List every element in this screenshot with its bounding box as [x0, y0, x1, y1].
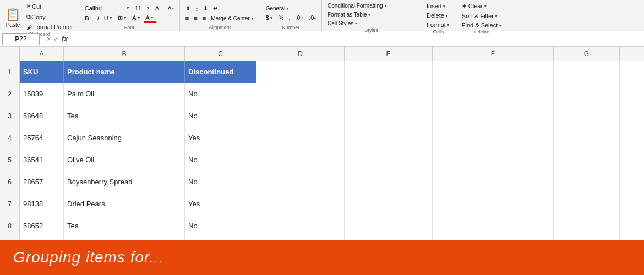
find-select-button[interactable]: Find & Select ▼ — [460, 21, 504, 30]
col-header-f[interactable]: F — [433, 47, 554, 61]
cell-b1[interactable]: Product name — [64, 61, 185, 82]
insert-function-icon[interactable]: fx — [62, 35, 68, 43]
cell-g2[interactable] — [554, 83, 620, 105]
dollar-button[interactable]: $ ▼ — [264, 13, 276, 22]
cell-e7[interactable] — [345, 193, 433, 215]
cell-f1[interactable] — [433, 61, 554, 82]
font-size-dropdown[interactable]: 11▼ — [133, 4, 152, 13]
merge-center-button[interactable]: Merge & Center ▼ — [209, 14, 256, 23]
cell-b8[interactable]: Tea — [64, 215, 185, 237]
align-right-button[interactable]: ≡ — [200, 14, 208, 23]
cell-b6[interactable]: Boysenberry Spread — [64, 171, 185, 193]
format-button[interactable]: Format ▼ — [424, 20, 452, 29]
align-bottom-button[interactable]: ⬇ — [201, 4, 210, 13]
cell-d6[interactable] — [256, 171, 345, 193]
cell-g6[interactable] — [554, 171, 620, 193]
cell-a3[interactable]: 58648 — [20, 105, 64, 127]
cell-e6[interactable] — [345, 171, 433, 193]
col-header-d[interactable]: D — [256, 47, 345, 61]
clear-button[interactable]: ✦ Clear ▼ — [460, 2, 489, 11]
cell-f8[interactable] — [433, 215, 554, 237]
cell-d8[interactable] — [256, 215, 345, 237]
cell-reference-input[interactable] — [2, 33, 40, 45]
cell-e8[interactable] — [345, 215, 433, 237]
cell-c5[interactable]: No — [185, 149, 256, 170]
border-button[interactable]: ⊞▼ — [116, 13, 129, 23]
cell-b2[interactable]: Palm Oil — [64, 83, 185, 105]
conditional-formatting-button[interactable]: Conditional Formatting ▼ — [325, 2, 390, 10]
font-name-dropdown[interactable]: Calibri▼ — [83, 4, 132, 13]
format-as-table-button[interactable]: Format as Table ▼ — [325, 10, 373, 19]
cell-f5[interactable] — [433, 149, 554, 170]
inc-decimal-button[interactable]: .0+ — [293, 13, 307, 22]
row-number-1[interactable]: 1 — [0, 61, 20, 82]
font-color-button[interactable]: A▼ — [144, 13, 156, 23]
cell-a4[interactable]: 25764 — [20, 127, 64, 148]
cell-b7[interactable]: Dried Pears — [64, 193, 185, 215]
align-middle-button[interactable]: ↕ — [193, 4, 201, 13]
cell-c2[interactable]: No — [185, 83, 256, 105]
cell-e5[interactable] — [345, 149, 433, 170]
row-number-8[interactable]: 8 — [0, 215, 20, 237]
copy-button[interactable]: ⧉ Copy — [24, 12, 75, 21]
col-header-g[interactable]: G — [554, 47, 620, 61]
cell-e3[interactable] — [345, 105, 433, 127]
row-number-5[interactable]: 5 — [0, 149, 20, 170]
cell-a7[interactable]: 98138 — [20, 193, 64, 215]
row-number-6[interactable]: 6 — [0, 171, 20, 193]
col-header-b[interactable]: B — [64, 47, 185, 61]
cell-f4[interactable] — [433, 127, 554, 148]
align-top-button[interactable]: ⬆ — [183, 4, 193, 13]
percent-button[interactable]: % — [276, 13, 286, 22]
increase-font-button[interactable]: A+ — [153, 4, 165, 13]
formula-input[interactable] — [70, 33, 642, 45]
cell-c4[interactable]: Yes — [185, 127, 256, 148]
cell-d3[interactable] — [256, 105, 345, 127]
cell-b5[interactable]: Olive Oil — [64, 149, 185, 170]
cell-g8[interactable] — [554, 215, 620, 237]
insert-button[interactable]: Insert ▼ — [424, 2, 448, 10]
underline-button[interactable]: U ▼ — [102, 14, 115, 23]
col-header-e[interactable]: E — [345, 47, 433, 61]
bold-button[interactable]: B — [83, 14, 95, 23]
cell-c6[interactable]: No — [185, 171, 256, 193]
comma-button[interactable]: , — [287, 13, 293, 22]
cell-d4[interactable] — [256, 127, 345, 148]
cell-g1[interactable] — [554, 61, 620, 82]
cell-g5[interactable] — [554, 149, 620, 170]
cell-a6[interactable]: 28657 — [20, 171, 64, 193]
cell-b3[interactable]: Tea — [64, 105, 185, 127]
text-wrap-button[interactable]: ↵ — [211, 4, 220, 13]
confirm-formula-icon[interactable]: ✓ — [53, 35, 59, 43]
cell-a2[interactable]: 15839 — [20, 83, 64, 105]
dec-decimal-button[interactable]: .0- — [307, 13, 318, 22]
row-number-4[interactable]: 4 — [0, 127, 20, 148]
sort-filter-button[interactable]: Sort & Filter ▼ — [460, 12, 500, 20]
cell-f7[interactable] — [433, 193, 554, 215]
cell-c1[interactable]: Discontinued — [185, 61, 256, 82]
cell-e1[interactable] — [345, 61, 433, 82]
cancel-formula-icon[interactable]: × — [47, 35, 51, 43]
cell-d2[interactable] — [256, 83, 345, 105]
cell-e2[interactable] — [345, 83, 433, 105]
cell-f6[interactable] — [433, 171, 554, 193]
cell-d1[interactable] — [256, 61, 345, 82]
align-center-button[interactable]: ≡ — [192, 14, 199, 23]
row-number-7[interactable]: 7 — [0, 193, 20, 215]
col-header-c[interactable]: C — [185, 47, 256, 61]
row-number-2[interactable]: 2 — [0, 83, 20, 105]
cell-g3[interactable] — [554, 105, 620, 127]
cell-b4[interactable]: Cajun Seasoning — [64, 127, 185, 148]
cell-f3[interactable] — [433, 105, 554, 127]
format-painter-button[interactable]: 🖌 Format Painter — [24, 23, 75, 31]
cell-g4[interactable] — [554, 127, 620, 148]
cell-g7[interactable] — [554, 193, 620, 215]
col-header-a[interactable]: A — [20, 47, 64, 61]
align-left-button[interactable]: ≡ — [183, 14, 191, 23]
cell-c8[interactable]: No — [185, 215, 256, 237]
number-format-dropdown[interactable]: General ▼ — [264, 4, 292, 13]
row-number-3[interactable]: 3 — [0, 105, 20, 127]
cell-c7[interactable]: Yes — [185, 193, 256, 215]
fill-color-button[interactable]: A̲▼ — [130, 13, 143, 23]
cell-a1[interactable]: SKU — [20, 61, 64, 82]
